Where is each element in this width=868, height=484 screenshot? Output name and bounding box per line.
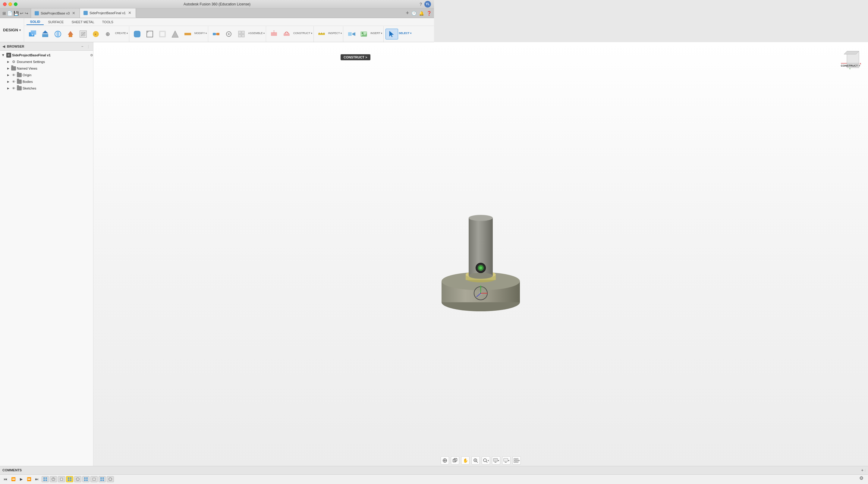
- chamfer-btn[interactable]: [144, 29, 156, 39]
- svg-point-6: [56, 31, 59, 37]
- toolbar-buttons: +: [24, 26, 434, 42]
- maximize-button[interactable]: [14, 2, 18, 6]
- design-label: DESIGN: [3, 28, 18, 32]
- browser-item-bodies[interactable]: ▶ 👁 Bodies: [0, 78, 93, 85]
- browser-minus-icon[interactable]: −: [80, 44, 85, 49]
- construct-label[interactable]: CONSTRUCT: [293, 32, 312, 35]
- origin-folder-icon: [17, 73, 22, 77]
- new-component-btn[interactable]: +: [27, 29, 38, 39]
- insert-label[interactable]: INSERT: [370, 32, 382, 35]
- close-button[interactable]: [3, 2, 7, 6]
- select-btn[interactable]: [385, 29, 398, 39]
- tab-tools[interactable]: TOOLS: [98, 19, 117, 25]
- save-icon[interactable]: 💾: [13, 11, 19, 16]
- tangent-plane-icon: [282, 30, 291, 38]
- viewport[interactable]: CONSTRUCT > X CONSTRUCT >: [93, 42, 434, 242]
- canvas-btn[interactable]: [358, 29, 370, 39]
- inspect-label[interactable]: INSPECT: [328, 32, 342, 35]
- expand-sketches[interactable]: ▶: [6, 86, 10, 90]
- joint-origin-btn[interactable]: [223, 29, 235, 39]
- create-label[interactable]: CREATE: [115, 32, 128, 35]
- browser-item-sketches[interactable]: ▶ 👁 Sketches: [0, 85, 93, 92]
- root-settings-icon[interactable]: ⚙: [90, 53, 93, 57]
- browser-item-doc-settings[interactable]: ▶ ⚙ Document Settings: [0, 58, 93, 65]
- svg-rect-30: [271, 32, 277, 36]
- tab-sheet-metal[interactable]: SHEET METAL: [68, 19, 98, 25]
- browser-panel: ◀ BROWSER − | ▶ C SideProjectBaseFinal v…: [0, 42, 93, 242]
- offset-plane-btn[interactable]: [268, 29, 280, 39]
- insert-mesh-btn[interactable]: [345, 29, 357, 39]
- measure-btn[interactable]: [315, 29, 328, 39]
- expand-named-views[interactable]: ▶: [6, 66, 10, 70]
- shell-icon: [158, 30, 167, 38]
- browser-item-root[interactable]: ▶ C SideProjectBaseFinal v1 ⚙: [0, 52, 93, 58]
- notification-icon[interactable]: 🔔: [419, 11, 424, 16]
- origin-eye-icon[interactable]: 👁: [11, 72, 16, 78]
- fillet-btn[interactable]: [131, 29, 143, 39]
- assemble-group: ASSEMBLE: [209, 26, 266, 42]
- new-tab-icon[interactable]: +: [406, 10, 409, 16]
- svg-marker-38: [352, 32, 355, 36]
- bodies-eye-icon[interactable]: 👁: [11, 79, 16, 84]
- select-group: SELECT: [384, 26, 412, 42]
- scale-btn[interactable]: [182, 29, 194, 39]
- move-btn[interactable]: ⊕: [102, 29, 115, 39]
- new-component-icon: +: [28, 30, 37, 38]
- tab-solid[interactable]: SOLID: [27, 19, 44, 25]
- select-label[interactable]: SELECT: [399, 32, 411, 35]
- tab-close-icon[interactable]: ✕: [71, 10, 76, 16]
- svg-rect-18: [160, 32, 164, 36]
- rib-btn[interactable]: ✦: [90, 29, 102, 39]
- redo-icon[interactable]: ↪: [25, 11, 28, 16]
- undo-icon[interactable]: ↩: [20, 11, 24, 16]
- loft-btn[interactable]: [64, 29, 76, 39]
- tab-side-project-base-final[interactable]: SideProjectBaseFinal v1 ✕: [80, 8, 136, 18]
- file-icon[interactable]: 📄: [7, 11, 12, 16]
- construct-group: CONSTRUCT: [267, 26, 314, 42]
- svg-rect-28: [239, 34, 241, 37]
- select-icon: [388, 30, 396, 38]
- assemble-label[interactable]: ASSEMBLE: [248, 32, 265, 35]
- minimize-button[interactable]: [8, 2, 12, 6]
- expand-icon[interactable]: ▶: [1, 53, 5, 57]
- clock-icon[interactable]: 🕐: [411, 11, 416, 16]
- help-icon[interactable]: ?: [420, 2, 422, 7]
- rigid-group-btn[interactable]: [236, 29, 247, 39]
- svg-text:⊕: ⊕: [105, 31, 110, 37]
- modify-label[interactable]: MODIFY: [194, 32, 207, 35]
- tab-side-project-base[interactable]: SideProjectBase v3 ✕: [31, 8, 80, 18]
- tangent-plane-btn[interactable]: [281, 29, 293, 39]
- tab-file-icon-2: [84, 11, 88, 15]
- insert-mesh-icon: [347, 30, 355, 38]
- svg-rect-20: [184, 33, 191, 35]
- expand-origin[interactable]: ▶: [6, 73, 10, 77]
- revolve-btn[interactable]: [52, 29, 64, 39]
- sketches-eye-icon[interactable]: 👁: [11, 86, 16, 91]
- tab-close-icon-2[interactable]: ✕: [127, 10, 132, 16]
- grid-icon[interactable]: ⊞: [2, 11, 6, 16]
- sweep-btn[interactable]: [77, 29, 89, 39]
- tab-surface[interactable]: SURFACE: [44, 19, 67, 25]
- expand-bodies[interactable]: ▶: [6, 80, 10, 84]
- expand-doc-settings[interactable]: ▶: [6, 60, 10, 64]
- scale-icon: [184, 30, 192, 38]
- browser-icons: − |: [80, 44, 91, 49]
- svg-rect-29: [242, 34, 244, 37]
- svg-rect-3: [42, 34, 48, 37]
- canvas-icon: [360, 30, 368, 38]
- draft-btn[interactable]: [169, 29, 181, 39]
- shell-btn[interactable]: [156, 29, 168, 39]
- svg-marker-8: [68, 31, 73, 35]
- extrude-btn[interactable]: [39, 29, 51, 39]
- tab-label: SideProjectBase v3: [41, 11, 70, 15]
- design-button[interactable]: DESIGN ▾: [0, 18, 24, 42]
- browser-item-origin[interactable]: ▶ 👁 Origin: [0, 72, 93, 78]
- svg-text:+: +: [32, 33, 33, 36]
- loft-icon: [66, 30, 75, 38]
- browser-item-named-views[interactable]: ▶ Named Views: [0, 65, 93, 72]
- new-joint-btn[interactable]: [210, 29, 222, 39]
- chamfer-icon: [146, 30, 154, 38]
- help-icon-2[interactable]: ❓: [427, 11, 432, 16]
- user-avatar[interactable]: YL: [424, 1, 431, 7]
- collapse-arrow[interactable]: ◀: [2, 44, 5, 49]
